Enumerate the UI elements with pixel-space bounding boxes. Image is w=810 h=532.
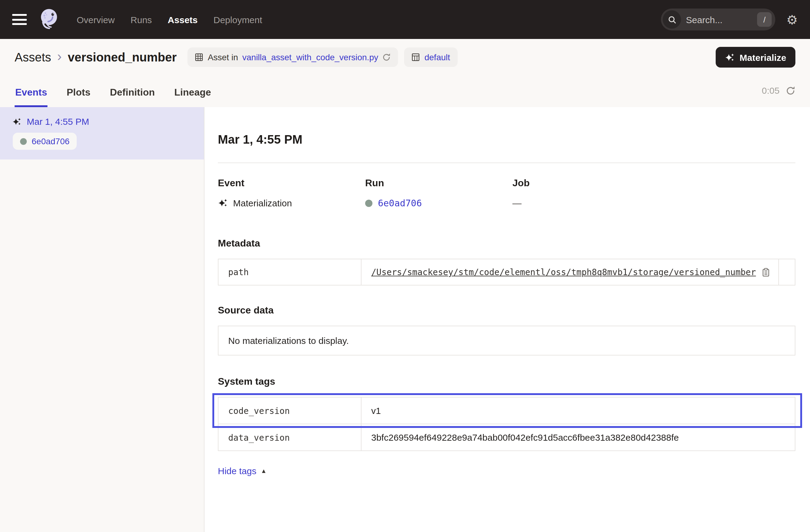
nav-right: / ⚙ [661, 9, 798, 30]
divider [218, 162, 795, 163]
gear-icon[interactable]: ⚙ [786, 13, 798, 26]
nav-item-runs[interactable]: Runs [131, 14, 152, 25]
run-status-dot [365, 200, 372, 207]
run-id-label: 6e0ad706 [32, 136, 70, 146]
tab-bar: Events Plots Definition Lineage 0:05 [0, 76, 810, 107]
code-location-link[interactable]: default [424, 52, 450, 62]
table-row: path /Users/smackesey/stm/code/elementl/… [218, 259, 795, 285]
materialize-button[interactable]: Materialize [716, 47, 795, 68]
source-data-empty-message: No materializations to display. [218, 326, 795, 355]
nav-item-overview[interactable]: Overview [77, 14, 115, 25]
tab-plots[interactable]: Plots [66, 79, 91, 107]
asset-grid-icon [195, 53, 204, 62]
job-empty-value: — [513, 198, 521, 208]
run-id-link[interactable]: 6e0ad706 [378, 198, 422, 209]
nav-item-deployment[interactable]: Deployment [214, 14, 262, 25]
dagster-logo[interactable] [36, 7, 61, 32]
refresh-countdown: 0:05 [762, 85, 780, 96]
hide-tags-label: Hide tags [218, 466, 257, 476]
breadcrumb-assets-link[interactable]: Assets [15, 50, 51, 64]
refresh-icon[interactable] [785, 85, 795, 95]
search-shortcut-key: / [757, 12, 772, 27]
code-location-badge: default [404, 47, 457, 67]
search-input[interactable] [686, 14, 757, 25]
run-status-dot [20, 138, 27, 145]
metadata-heading: Metadata [218, 238, 795, 249]
source-data-heading: Source data [218, 305, 795, 316]
search-icon [663, 10, 681, 29]
run-column-label: Run [365, 178, 513, 189]
event-column-label: Event [218, 178, 365, 189]
materialization-sparkle-icon [12, 117, 21, 126]
event-list-item[interactable]: Mar 1, 4:55 PM 6e0ad706 [0, 107, 204, 160]
sparkle-icon [725, 53, 735, 62]
event-date-link[interactable]: Mar 1, 4:55 PM [27, 116, 89, 127]
asset-badge-prefix: Asset in [208, 52, 238, 62]
auto-refresh: 0:05 [762, 85, 795, 96]
event-detail-title: Mar 1, 4:55 PM [218, 133, 795, 147]
table-row-code-version: code_version v1 [218, 398, 795, 424]
run-tag-pill[interactable]: 6e0ad706 [13, 133, 77, 150]
event-type-value: Materialization [233, 198, 292, 208]
nav-item-assets[interactable]: Assets [168, 14, 197, 25]
caret-up-icon: ▲ [261, 467, 267, 474]
search-box[interactable]: / [661, 9, 775, 30]
tag-value: 3bfc269594ef649228e9a74bab00f042efc91d5a… [361, 424, 795, 450]
page-header: Assets › versioned_number Asset in vanil… [0, 39, 810, 107]
metadata-table: path /Users/smackesey/stm/code/elementl/… [218, 259, 795, 286]
materialize-label: Materialize [740, 52, 786, 62]
hamburger-menu-icon[interactable] [12, 14, 27, 25]
tag-value: v1 [361, 398, 795, 424]
repo-icon [412, 53, 420, 62]
page-title: versioned_number [68, 50, 177, 64]
breadcrumb: Assets › versioned_number [15, 50, 177, 65]
tag-key: code_version [218, 398, 361, 424]
table-end-spacer [778, 259, 795, 285]
event-list-sidebar: Mar 1, 4:55 PM 6e0ad706 [0, 107, 205, 532]
path-value-link[interactable]: /Users/smackesey/stm/code/elementl/oss/t… [371, 267, 756, 277]
materialization-sparkle-icon [218, 198, 228, 208]
job-column-label: Job [513, 178, 530, 189]
copy-to-clipboard-icon[interactable] [761, 268, 771, 277]
hide-tags-toggle[interactable]: Hide tags ▲ [218, 466, 267, 476]
app: Overview Runs Assets Deployment / ⚙ Asse… [0, 0, 810, 532]
asset-file-link[interactable]: vanilla_asset_with_code_version.py [242, 52, 378, 62]
nav-links: Overview Runs Assets Deployment [77, 14, 262, 25]
tab-lineage[interactable]: Lineage [174, 79, 212, 107]
tab-definition[interactable]: Definition [109, 79, 156, 107]
tab-events[interactable]: Events [15, 79, 48, 107]
system-tags-heading: System tags [218, 376, 795, 387]
tag-key: data_version [218, 424, 361, 450]
system-tags-table: code_version v1 data_version 3bfc269594e… [218, 397, 795, 451]
table-row-data-version: data_version 3bfc269594ef649228e9a74bab0… [218, 424, 795, 450]
event-detail-panel: Mar 1, 4:55 PM Event Materialization Run [205, 107, 810, 532]
top-nav: Overview Runs Assets Deployment / ⚙ [0, 0, 810, 39]
asset-definition-badge: Asset in vanilla_asset_with_code_version… [188, 47, 398, 67]
chevron-right-icon: › [57, 50, 62, 65]
metadata-key: path [218, 259, 361, 285]
reload-icon[interactable] [383, 53, 391, 62]
